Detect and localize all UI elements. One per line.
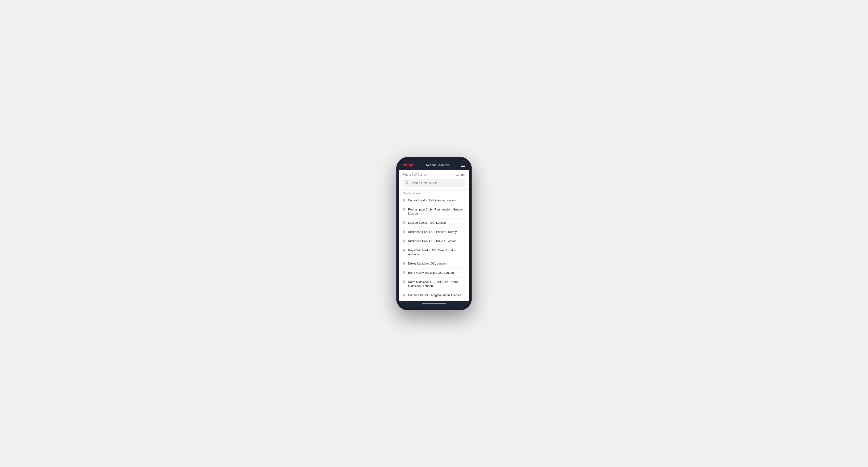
- location-icon: [403, 249, 406, 253]
- hamburger-line-1: [461, 164, 465, 164]
- hamburger-line-3: [461, 166, 465, 166]
- location-icon: [403, 240, 406, 244]
- hamburger-menu-icon[interactable]: [461, 164, 465, 166]
- search-bar[interactable]: [403, 179, 465, 187]
- location-icon: [403, 262, 406, 266]
- location-icon: [403, 280, 406, 284]
- list-item[interactable]: London Scottish GC, London: [399, 219, 469, 228]
- phone-wrapper: clippd Recent Searches Find a Golf Cours…: [0, 0, 868, 467]
- phone-device: clippd Recent Searches Find a Golf Cours…: [396, 157, 472, 310]
- location-icon: [403, 230, 406, 234]
- home-bar: [422, 303, 446, 304]
- course-name: Richmond Park GC - Duke's, London: [408, 239, 457, 244]
- course-name: Coombe Hill GC, Kingston upon Thames: [408, 293, 461, 298]
- list-item[interactable]: Richmond Park GC - Prince's, Surrey: [399, 228, 469, 237]
- list-item[interactable]: Richmond Park GC - Duke's, London: [399, 237, 469, 246]
- find-golf-course-label: Find a Golf Course: [403, 173, 427, 176]
- location-icon: [403, 208, 406, 212]
- home-indicator: [399, 301, 469, 308]
- find-header: Find a Golf Course Cancel: [399, 170, 469, 178]
- cancel-button[interactable]: Cancel: [456, 173, 465, 177]
- list-item[interactable]: Brent Valley Municipal GC, London: [399, 269, 469, 278]
- course-name: Royal Wimbledon GC, Great London Authori…: [408, 248, 465, 257]
- location-icon: [403, 221, 406, 225]
- top-bar: clippd Recent Searches: [399, 160, 469, 170]
- course-name: Brent Valley Municipal GC, London: [408, 271, 454, 275]
- location-icon: [403, 293, 406, 298]
- list-item[interactable]: Central London Golf Centre, London: [399, 196, 469, 205]
- svg-line-1: [408, 183, 408, 184]
- nearby-courses-label: Nearby courses: [399, 189, 469, 196]
- search-input[interactable]: [411, 181, 462, 185]
- list-item[interactable]: Coombe Hill GC, Kingston upon Thames: [399, 291, 469, 300]
- course-name: Richmond Park GC - Prince's, Surrey: [408, 230, 457, 234]
- top-bar-title: Recent Searches: [426, 163, 450, 167]
- search-icon: [406, 181, 409, 185]
- location-icon: [403, 199, 406, 203]
- list-item[interactable]: Royal Wimbledon GC, Great London Authori…: [399, 246, 469, 259]
- course-name: Roehampton Club - Roehampton, Greater Lo…: [408, 208, 465, 216]
- list-item[interactable]: Dukes Meadows GC, London: [399, 259, 469, 269]
- course-name: Central London Golf Centre, London: [408, 198, 456, 203]
- app-logo: clippd: [403, 163, 415, 167]
- course-name: Dukes Meadows GC, London: [408, 262, 446, 266]
- hamburger-line-2: [461, 165, 465, 165]
- nearby-courses-section: Nearby courses Central London Golf Centr…: [399, 189, 469, 301]
- search-bar-container: [399, 178, 469, 189]
- list-item[interactable]: Roehampton Club - Roehampton, Greater Lo…: [399, 205, 469, 219]
- main-content: Find a Golf Course Cancel Nearby courses: [399, 170, 469, 301]
- course-name: London Scottish GC, London: [408, 221, 446, 225]
- list-item[interactable]: North Middlesex GC (1011942 - North Midd…: [399, 278, 469, 291]
- phone-screen: clippd Recent Searches Find a Golf Cours…: [399, 160, 469, 308]
- course-name: North Middlesex GC (1011942 - North Midd…: [408, 280, 465, 288]
- location-icon: [403, 271, 406, 275]
